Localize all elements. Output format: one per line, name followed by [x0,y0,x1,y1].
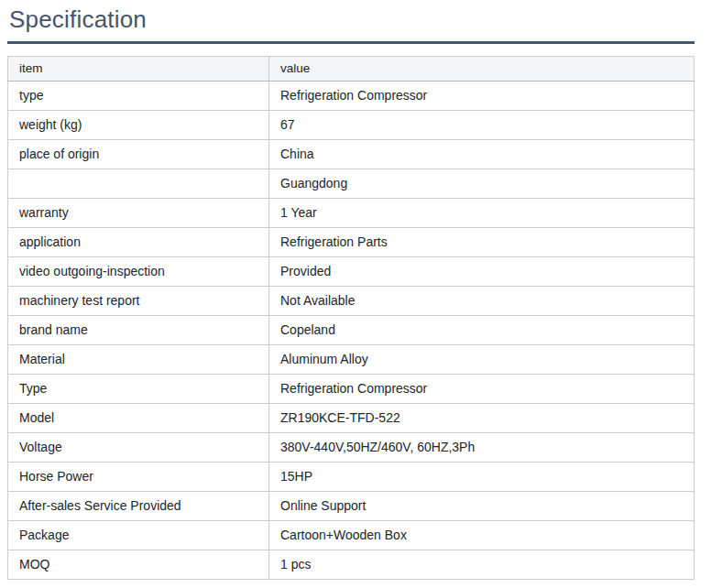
spec-item-cell: Type [8,375,269,404]
table-row: weight (kg) 67 [8,111,695,140]
spec-value-cell: China [269,140,695,169]
spec-item-cell: warranty [8,199,269,228]
table-row: Guangdong [8,169,695,199]
spec-item-cell: video outgoing-inspection [8,257,269,287]
spec-value-cell: Refrigeration Parts [269,228,695,257]
table-row: Material Aluminum Alloy [8,345,695,375]
spec-table-body: type Refrigeration Compressor weight (kg… [8,82,695,580]
table-row: place of origin China [8,140,695,169]
table-row: Package Cartoon+Wooden Box [8,521,695,550]
spec-item-cell: Horse Power [8,463,269,492]
spec-item-cell: machinery test report [8,287,269,316]
spec-value-cell: Aluminum Alloy [269,345,695,375]
table-row: brand name Copeland [8,316,695,345]
spec-value-cell: Provided [269,257,695,287]
spec-item-cell: weight (kg) [8,111,269,140]
spec-value-cell: 15HP [269,463,695,492]
table-row: video outgoing-inspection Provided [8,257,695,287]
table-row: Type Refrigeration Compressor [8,375,695,404]
spec-item-cell: MOQ [8,550,269,580]
table-header-row: item value [8,57,695,82]
spec-value-cell: 380V-440V,50HZ/460V, 60HZ,3Ph [269,433,695,463]
spec-value-cell: Guangdong [269,169,695,199]
table-row: Model ZR190KCE-TFD-522 [8,404,695,433]
page-title: Specification [7,0,695,44]
spec-value-cell: 67 [269,111,695,140]
spec-item-cell: Model [8,404,269,433]
specification-page: Specification item value type Refrigerat… [0,0,711,588]
table-row: After-sales Service Provided Online Supp… [8,492,695,521]
column-header-item: item [8,57,269,82]
spec-item-cell: Voltage [8,433,269,463]
table-row: machinery test report Not Available [8,287,695,316]
table-row: Horse Power 15HP [8,463,695,492]
spec-item-cell: After-sales Service Provided [8,492,269,521]
specification-table: item value type Refrigeration Compressor… [7,56,695,580]
table-row: warranty 1 Year [8,199,695,228]
table-row: application Refrigeration Parts [8,228,695,257]
spec-value-cell: Copeland [269,316,695,345]
spec-item-cell: place of origin [8,140,269,169]
spec-item-cell [8,169,269,199]
spec-value-cell: 1 Year [269,199,695,228]
table-row: MOQ 1 pcs [8,550,695,580]
spec-item-cell: brand name [8,316,269,345]
spec-value-cell: Refrigeration Compressor [269,375,695,404]
spec-value-cell: Refrigeration Compressor [269,82,695,111]
spec-value-cell: Not Available [269,287,695,316]
spec-item-cell: Material [8,345,269,375]
spec-value-cell: 1 pcs [269,550,695,580]
table-row: Voltage 380V-440V,50HZ/460V, 60HZ,3Ph [8,433,695,463]
spec-item-cell: application [8,228,269,257]
table-row: type Refrigeration Compressor [8,82,695,111]
spec-value-cell: ZR190KCE-TFD-522 [269,404,695,433]
column-header-value: value [269,57,695,82]
spec-value-cell: Cartoon+Wooden Box [269,521,695,550]
spec-item-cell: type [8,82,269,111]
spec-item-cell: Package [8,521,269,550]
spec-value-cell: Online Support [269,492,695,521]
